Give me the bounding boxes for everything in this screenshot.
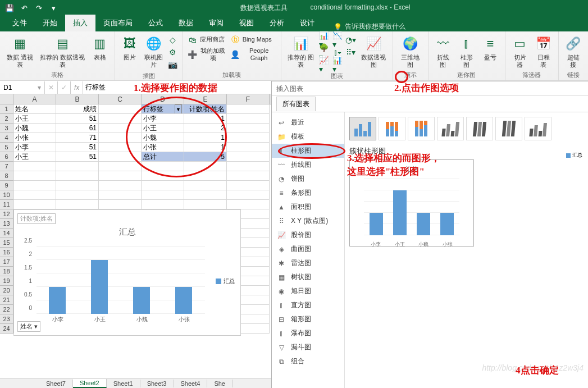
pivottable-button[interactable]: ▦数据 透视表 xyxy=(3,34,37,70)
chart-type-boxwhisker[interactable]: ⊟箱形图 xyxy=(272,312,344,326)
cell[interactable] xyxy=(184,181,227,190)
chart-bar[interactable] xyxy=(133,287,150,314)
fb-enter-icon[interactable]: ✓ xyxy=(58,81,71,94)
cell[interactable] xyxy=(56,162,99,171)
cell[interactable]: 小李 xyxy=(13,143,56,152)
cell[interactable] xyxy=(13,181,56,190)
cell[interactable] xyxy=(142,190,184,200)
cell[interactable] xyxy=(56,190,99,200)
cell[interactable]: 1 xyxy=(184,114,227,124)
shapes-button[interactable]: ◇ xyxy=(167,34,179,46)
chart-type-bar[interactable]: ≡条形图 xyxy=(272,186,344,200)
cell[interactable] xyxy=(99,124,142,133)
redo-icon[interactable]: ↷ xyxy=(33,2,45,14)
bingmaps-button[interactable]: ⓑBing Maps xyxy=(229,34,277,46)
cell[interactable]: 总计 xyxy=(142,152,184,162)
cell[interactable] xyxy=(227,171,270,181)
combo-chart-dd[interactable]: 📊▾ xyxy=(331,58,344,71)
row-header[interactable]: 3 xyxy=(0,124,13,133)
col-header[interactable]: A xyxy=(13,94,56,104)
sheet-tab[interactable]: Sheet2 xyxy=(73,379,107,388)
chart-type-waterfall[interactable]: ⫿瀑布图 xyxy=(272,326,344,340)
cell[interactable]: 1 xyxy=(184,133,227,143)
cell[interactable]: 小李 xyxy=(142,114,184,124)
cell[interactable] xyxy=(227,200,270,209)
sheet-tab[interactable]: Sheet7 xyxy=(39,380,73,387)
pie-chart-dd[interactable]: ◔▾ xyxy=(345,34,357,46)
row-header[interactable]: 12 xyxy=(0,209,13,219)
cell[interactable] xyxy=(142,181,184,190)
chart-type-sunburst[interactable]: ◉旭日图 xyxy=(272,284,344,298)
row-header[interactable]: 22 xyxy=(0,305,13,314)
row-header[interactable]: 13 xyxy=(0,219,13,229)
tab-insert[interactable]: 插入 xyxy=(65,15,95,31)
cell[interactable] xyxy=(184,190,227,200)
row-header[interactable]: 4 xyxy=(0,133,13,143)
rec-charts-button[interactable]: 📊推荐的 图表 xyxy=(285,34,317,70)
row-header[interactable]: 24 xyxy=(0,324,13,334)
cell[interactable] xyxy=(142,162,184,171)
row-header[interactable]: 2 xyxy=(0,114,13,124)
chart-type-area[interactable]: ▲面积图 xyxy=(272,200,344,214)
cell[interactable] xyxy=(227,124,270,133)
cell[interactable] xyxy=(13,200,56,209)
cell[interactable] xyxy=(184,171,227,181)
cell[interactable] xyxy=(99,152,142,162)
cell[interactable]: 2 xyxy=(184,124,227,133)
row-header[interactable]: 18 xyxy=(0,267,13,276)
cell[interactable]: 计数项:姓名 xyxy=(184,104,227,114)
pivot-filter-icon[interactable]: ▼ xyxy=(175,104,182,114)
chart-type-recent[interactable]: ↩最近 xyxy=(272,116,344,130)
cell[interactable] xyxy=(99,104,142,114)
row-header[interactable]: 8 xyxy=(0,171,13,181)
tab-file[interactable]: 文件 xyxy=(4,15,35,31)
row-header[interactable]: 20 xyxy=(0,286,13,295)
col-header[interactable]: D xyxy=(142,94,184,104)
tab-design[interactable]: 设计 xyxy=(292,15,322,31)
row-header[interactable]: 7 xyxy=(0,162,13,171)
sparkline-line-button[interactable]: 〰折线图 xyxy=(432,34,454,70)
slicer-button[interactable]: ▭切片器 xyxy=(509,34,531,70)
col-header[interactable]: F xyxy=(227,94,270,104)
row-header[interactable]: 14 xyxy=(0,229,13,238)
chart-type-funnel[interactable]: ▽漏斗图 xyxy=(272,340,344,354)
chart-axis-field-button[interactable]: 姓名▾ xyxy=(17,321,40,332)
line-chart-dd[interactable]: 📉▾ xyxy=(331,34,344,46)
win-chart-dd[interactable]: 📈▾ xyxy=(318,58,330,71)
worksheet[interactable]: A B C D E F 1姓名成绩行标签 ▼计数项:姓名2小王51小李13小魏6… xyxy=(0,94,271,378)
cell[interactable] xyxy=(142,200,184,209)
col-header[interactable]: B xyxy=(56,94,99,104)
3dmap-button[interactable]: 🌍三维地 图 xyxy=(396,34,425,70)
all-charts-tab[interactable]: 所有图表 xyxy=(276,97,316,111)
subtype-3d-100-stacked-column[interactable] xyxy=(495,117,522,140)
subtype-clustered-column[interactable] xyxy=(349,117,376,140)
cell[interactable]: 成绩 xyxy=(56,104,99,114)
row-header[interactable]: 11 xyxy=(0,200,13,209)
cell[interactable] xyxy=(99,143,142,152)
chart-bar[interactable] xyxy=(175,287,192,314)
chart-type-treemap[interactable]: ▦树状图 xyxy=(272,270,344,284)
rec-pivot-button[interactable]: ▤推荐的 数据透视表 xyxy=(38,34,87,70)
chart-type-xy[interactable]: ⠿X Y (散点图) xyxy=(272,214,344,228)
row-header[interactable]: 15 xyxy=(0,238,13,248)
online-pictures-button[interactable]: 🌐联机图片 xyxy=(142,34,166,70)
chart-type-pie[interactable]: ◔饼图 xyxy=(272,172,344,186)
cell[interactable] xyxy=(99,114,142,124)
subtype-100-stacked-column[interactable] xyxy=(408,117,435,140)
row-header[interactable]: 9 xyxy=(0,181,13,190)
embedded-pivot-chart[interactable]: 计数项:姓名 汇总 00.511.522.5 小李小王小魏小张 汇总 姓名▾ xyxy=(13,209,241,336)
cell[interactable] xyxy=(227,133,270,143)
cell[interactable] xyxy=(13,171,56,181)
sheet-tab[interactable]: Sheet4 xyxy=(174,380,208,387)
cell[interactable]: 小张 xyxy=(13,133,56,143)
hyperlink-button[interactable]: 🔗超链接 xyxy=(562,34,585,70)
row-header[interactable]: 21 xyxy=(0,295,13,305)
cell[interactable]: 小魏 xyxy=(13,124,56,133)
chart-bar[interactable] xyxy=(49,287,66,314)
cell[interactable] xyxy=(99,190,142,200)
cell[interactable]: 51 xyxy=(56,114,99,124)
row-header[interactable]: 17 xyxy=(0,257,13,267)
cell[interactable] xyxy=(227,143,270,152)
cell[interactable]: 小魏 xyxy=(142,133,184,143)
sparkline-winloss-button[interactable]: ≡盈亏 xyxy=(479,34,502,62)
